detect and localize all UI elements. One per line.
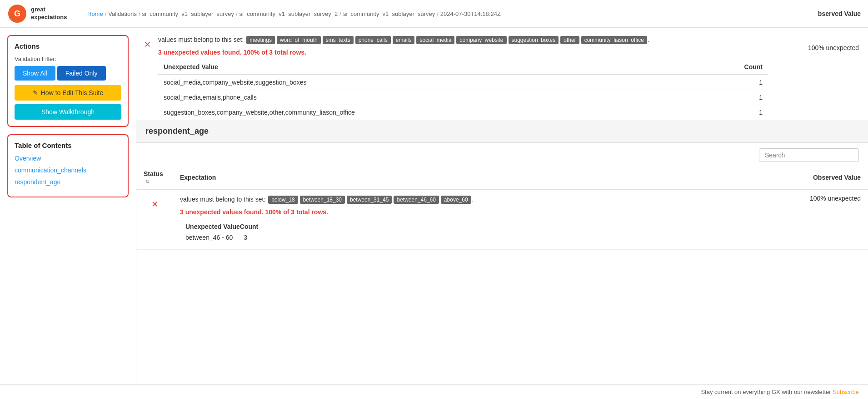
count-col-header: Count <box>691 60 768 75</box>
logo-text: great expectations <box>31 6 67 21</box>
search-input[interactable] <box>759 148 859 162</box>
filter-buttons: Show All Failed Only <box>15 66 121 81</box>
tag: word_of_mouth <box>277 36 321 44</box>
communication-channels-content: ✕ values must belong to this set: meetin… <box>136 28 868 120</box>
main-layout: Actions Validation Filter: Show All Fail… <box>0 28 868 399</box>
error-message-2: 3 unexpected values found. 100% of 3 tot… <box>180 208 770 216</box>
sort-icon-status: ⇅ <box>145 179 149 184</box>
svg-text:G: G <box>14 9 20 18</box>
show-walkthrough-button[interactable]: Show Walkthrough <box>15 104 121 120</box>
tag: other <box>560 36 579 44</box>
toc-title: Table of Contents <box>15 141 121 149</box>
uvc-row: between_46 - 603 <box>185 234 247 241</box>
expectation-col-header: Expectation <box>173 166 777 190</box>
footer-subscribe-link[interactable]: Subscribe <box>833 389 859 395</box>
respondent-age-row: ✕ values must belong to this set: below_… <box>136 190 868 250</box>
tag: between_46_60 <box>394 196 439 204</box>
respondent-age-expectation: values must belong to this set: below_18… <box>173 190 777 250</box>
table-row: social_media,emails,phone_calls1 <box>158 90 768 105</box>
breadcrumb-validations: Validations <box>108 10 137 17</box>
toc-link-communication-channels[interactable]: communication_channels <box>15 167 121 174</box>
sidebar: Actions Validation Filter: Show All Fail… <box>0 28 136 399</box>
actions-box: Actions Validation Filter: Show All Fail… <box>7 35 129 127</box>
toc-link-overview[interactable]: Overview <box>15 155 121 162</box>
fail-icon-2: ✕ <box>136 190 173 250</box>
error-message-1: 3 unexpected values found. 100% of 3 tot… <box>158 49 768 56</box>
edit-suite-button[interactable]: ✎ How to Edit This Suite <box>15 85 121 101</box>
tag: suggestion_boxes <box>509 36 559 44</box>
observed-value-2: 100% unexpected <box>777 190 868 250</box>
main-content: ✕ values must belong to this set: meetin… <box>136 28 868 399</box>
tag: phone_calls <box>355 36 391 44</box>
validation-filter-label: Validation Filter: <box>15 56 121 62</box>
table-row: suggestion_boxes,company_website,other,c… <box>158 105 768 120</box>
actions-title: Actions <box>15 42 121 50</box>
tag: emails <box>393 36 415 44</box>
tag: meetings <box>246 36 275 44</box>
observed-value-column-header: bserved Value <box>818 10 861 17</box>
fail-icon-1: ✕ <box>144 40 151 49</box>
footer-text: Stay current on everything GX with our n… <box>701 389 831 395</box>
observed-value-1: 100% unexpected <box>777 35 868 55</box>
breadcrumb-suite2: si_community_v1_sublayer_survey_2 <box>239 10 338 17</box>
tag: sms_texts <box>323 36 354 44</box>
observed-value-col-header: Observed Value <box>777 166 868 190</box>
unexpected-value-count-row: between_46 - 603 <box>180 232 770 245</box>
tag: below_18 <box>268 196 298 204</box>
tag: social_media <box>416 36 454 44</box>
respondent-age-section: respondent_age Status ⇅ Expectation <box>136 120 868 250</box>
values-set-label-2: values must belong to this set: <box>180 196 265 203</box>
tag: community_liason_office <box>581 36 647 44</box>
tags-container-2: below_18between_18_30between_31_45betwee… <box>267 196 474 203</box>
show-all-button[interactable]: Show All <box>15 66 55 81</box>
table-row: social_media,company_website,suggestion_… <box>158 75 768 90</box>
breadcrumb-home[interactable]: Home <box>87 10 103 17</box>
edit-suite-label: How to Edit This Suite <box>41 89 103 96</box>
status-col-header: Status ⇅ <box>136 166 173 190</box>
tag: between_31_45 <box>347 196 392 204</box>
footer: Stay current on everything GX with our n… <box>0 384 868 399</box>
app-header: G great expectations Home / Validations … <box>0 0 868 28</box>
toc-box: Table of Contents Overview communication… <box>7 134 129 197</box>
breadcrumb-suite3: si_community_v1_sublayer_survey <box>343 10 435 17</box>
search-row <box>136 143 868 166</box>
unexpected-value-count-header: Unexpected ValueCount <box>180 219 770 232</box>
edit-icon: ✎ <box>33 89 38 96</box>
breadcrumb: Home / Validations / si_community_v1_sub… <box>87 10 811 17</box>
toc-link-respondent-age[interactable]: respondent_age <box>15 178 121 186</box>
breadcrumb-timestamp: 2024-07-30T14:18:24Z <box>440 10 501 17</box>
tags-container-1: meetingsword_of_mouthsms_textsphone_call… <box>245 36 649 43</box>
breadcrumb-suite1: si_community_v1_sublayer_survey <box>142 10 234 17</box>
respondent-age-table: Status ⇅ Expectation Observed Value ✕ <box>136 166 868 250</box>
unexpected-value-col-header: Unexpected Value <box>158 60 691 75</box>
tag: between_18_30 <box>300 196 345 204</box>
tag: company_website <box>456 36 506 44</box>
respondent-age-title: respondent_age <box>136 120 868 143</box>
unexpected-table-1: Unexpected Value Count social_media,comp… <box>158 60 768 120</box>
tag: above_60 <box>441 196 471 204</box>
ge-logo-icon: G <box>7 4 27 24</box>
logo-area: G great expectations <box>7 4 80 24</box>
values-set-label-1: values must belong to this set: <box>158 36 244 43</box>
failed-only-button[interactable]: Failed Only <box>57 66 106 81</box>
